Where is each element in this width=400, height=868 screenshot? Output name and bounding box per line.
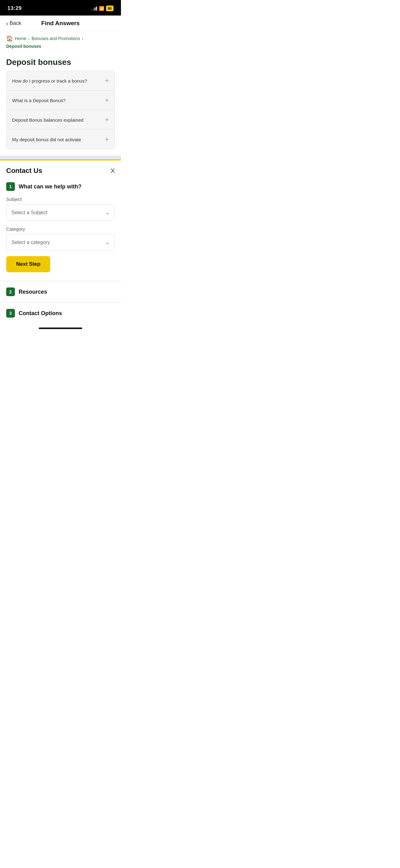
- status-time: 13:29: [7, 5, 22, 11]
- subject-placeholder: Select a Subject: [11, 210, 47, 215]
- nav-title: Find Answers: [41, 20, 80, 27]
- faq-expand-icon-3: +: [105, 116, 109, 123]
- faq-item-3[interactable]: Deposit Bonus balances explained +: [6, 110, 114, 130]
- step1-header: 1 What can we help with?: [6, 182, 115, 191]
- faq-item-4[interactable]: My deposit bonus did not activate +: [6, 130, 114, 149]
- category-placeholder: Select a category: [11, 240, 50, 245]
- signal-icon: [92, 6, 97, 10]
- page-title: Deposit bonuses: [0, 53, 121, 71]
- step2-title: Resources: [19, 289, 47, 295]
- home-bar: [39, 328, 82, 329]
- breadcrumb: 🏠 Home › Bonuses and Promotions › Deposi…: [0, 31, 121, 53]
- step-divider-1: [0, 281, 121, 281]
- faq-item-1[interactable]: How do I progress or track a bonus? +: [6, 71, 114, 91]
- step2-section: 2 Resources: [0, 287, 121, 296]
- home-icon[interactable]: 🏠: [6, 35, 13, 42]
- step1-title: What can we help with?: [19, 183, 81, 190]
- breadcrumb-bonuses[interactable]: Bonuses and Promotions: [32, 36, 80, 41]
- back-chevron-icon: ‹: [6, 20, 8, 27]
- faq-item-text-4: My deposit bonus did not activate: [12, 137, 105, 142]
- subject-label: Subject: [6, 196, 115, 202]
- faq-item-2[interactable]: What is a Deposit Bonus? +: [6, 91, 114, 110]
- faq-item-text-3: Deposit Bonus balances explained: [12, 117, 105, 123]
- battery-indicator: 80: [106, 6, 113, 11]
- contact-panel: Contact Us X 1 What can we help with? Su…: [0, 160, 121, 281]
- contact-title: Contact Us: [6, 167, 42, 175]
- contact-header: Contact Us X: [6, 167, 115, 175]
- step3-section: 3 Contact Options: [0, 309, 121, 318]
- faq-item-text-2: What is a Deposit Bonus?: [12, 98, 105, 103]
- step-divider-2: [0, 302, 121, 303]
- nav-bar: ‹ Back Find Answers: [0, 16, 121, 31]
- back-button[interactable]: ‹ Back: [6, 20, 21, 27]
- section-divider-grey: [0, 156, 121, 159]
- status-bar: 13:29 📶 80: [0, 0, 121, 16]
- home-indicator: [0, 324, 121, 332]
- subject-select[interactable]: Select a Subject ⌄: [6, 204, 115, 221]
- category-label: Category: [6, 226, 115, 231]
- breadcrumb-home[interactable]: Home: [15, 36, 26, 41]
- subject-chevron-icon: ⌄: [105, 210, 109, 215]
- step3-badge: 3: [6, 309, 15, 318]
- faq-list: How do I progress or track a bonus? + Wh…: [6, 71, 115, 149]
- subject-group: Subject Select a Subject ⌄: [6, 196, 115, 221]
- step3-title: Contact Options: [19, 310, 62, 317]
- step1-badge: 1: [6, 182, 15, 191]
- close-button[interactable]: X: [111, 167, 115, 175]
- faq-expand-icon-2: +: [105, 97, 109, 104]
- category-chevron-icon: ⌄: [105, 239, 109, 245]
- back-label: Back: [10, 20, 22, 26]
- breadcrumb-sep-1: ›: [28, 36, 29, 41]
- step3-header: 3 Contact Options: [6, 309, 115, 318]
- step2-badge: 2: [6, 287, 15, 296]
- next-step-button[interactable]: Next Step: [6, 256, 50, 272]
- faq-expand-icon-1: +: [105, 77, 109, 84]
- wifi-icon: 📶: [99, 6, 104, 11]
- faq-expand-icon-4: +: [105, 136, 109, 143]
- breadcrumb-sep-2: ›: [82, 36, 83, 41]
- faq-item-text-1: How do I progress or track a bonus?: [12, 78, 105, 84]
- status-icons: 📶 80: [92, 6, 113, 11]
- category-select[interactable]: Select a category ⌄: [6, 234, 115, 251]
- category-group: Category Select a category ⌄: [6, 226, 115, 251]
- breadcrumb-deposit[interactable]: Deposit bonuses: [6, 44, 41, 49]
- step2-header: 2 Resources: [6, 287, 115, 296]
